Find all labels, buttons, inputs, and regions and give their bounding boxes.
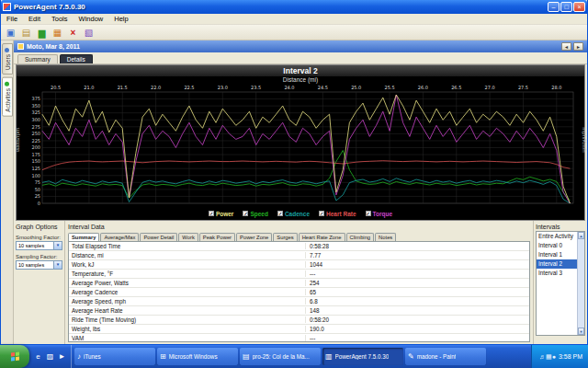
table-row[interactable]: Average Speed, mph6.8: [69, 297, 529, 306]
svg-text:22.0: 22.0: [151, 85, 161, 90]
media-player-icon[interactable]: ►: [57, 351, 67, 362]
table-row[interactable]: Ride Time (Time Moving)0:58:20: [69, 316, 529, 325]
task-button-pro-25-col-de-la-ma[interactable]: ▤pro-25: Col de la Ma...: [240, 348, 321, 365]
close-button[interactable]: ×: [573, 2, 585, 12]
task-button-poweragent-7-5-0-30[interactable]: ▥PowerAgent 7.5.0.30: [322, 348, 403, 365]
interval-tab-surges[interactable]: Surges: [273, 233, 297, 241]
tab-details[interactable]: Details: [60, 54, 93, 63]
table-row[interactable]: Weight, lbs190.0: [69, 325, 529, 334]
open-activity-icon[interactable]: ▣: [5, 27, 17, 39]
scroll-up-icon[interactable]: ▲: [578, 232, 584, 239]
interval-item-entire-activity[interactable]: Entire Activity: [537, 232, 577, 241]
row-label: Average Heart Rate: [69, 307, 306, 314]
menu-tools[interactable]: Tools: [46, 15, 74, 23]
chart-legend: ✓Power✓Speed✓Cadence✓Heart Rate✓Torque: [17, 207, 584, 220]
network-icon[interactable]: ▦: [546, 353, 552, 360]
user-list-icon[interactable]: ▤: [20, 27, 32, 39]
table-row[interactable]: Temperature, °F---: [69, 270, 529, 279]
sidebar-tab-users[interactable]: Users: [2, 43, 13, 75]
interval-item-interval-3[interactable]: Interval 3: [537, 269, 577, 278]
svg-text:24.0: 24.0: [284, 85, 294, 90]
users-icon: [5, 48, 9, 52]
svg-text:24.5: 24.5: [318, 85, 328, 90]
interval-tab-summary[interactable]: Summary: [68, 233, 99, 241]
volume-icon[interactable]: ♬: [539, 353, 546, 360]
tab-summary[interactable]: Summary: [17, 54, 58, 63]
internet-explorer-icon[interactable]: e: [33, 351, 43, 362]
activity-bar: Moto, Mar 8, 2011 ◄►: [14, 40, 587, 52]
table-row[interactable]: Work, kJ1044: [69, 260, 529, 270]
scroll-down-icon[interactable]: ▼: [578, 328, 584, 335]
svg-text:375: 375: [31, 96, 40, 101]
delete-icon[interactable]: ×: [67, 27, 79, 39]
y-axis-label-left: watts/rpm: [15, 128, 20, 152]
row-label: Weight, lbs: [69, 326, 306, 332]
graph-options-title: Graph Options: [16, 223, 62, 231]
graph-option-label: Sampling Factor:: [16, 254, 62, 259]
minimize-button[interactable]: –: [548, 2, 560, 12]
legend-checkbox[interactable]: ✓: [243, 211, 248, 216]
legend-checkbox[interactable]: ✓: [277, 211, 283, 216]
interval-item-interval-0[interactable]: Interval 0: [537, 241, 577, 250]
menu-edit[interactable]: Edit: [23, 15, 46, 23]
table-row[interactable]: Average Power, Watts254: [69, 279, 529, 288]
interval-tab-work[interactable]: Work: [178, 233, 198, 241]
intervals-title: Intervals: [536, 223, 585, 231]
table-row[interactable]: VAM---: [69, 334, 529, 342]
antivirus-icon[interactable]: ●: [552, 353, 556, 360]
sidebar-tab-activities[interactable]: Activities: [2, 77, 13, 117]
scroll-left-button[interactable]: ◄: [561, 42, 571, 51]
show-desktop-icon[interactable]: ▨: [45, 351, 55, 362]
report-icon[interactable]: ▧: [83, 27, 95, 39]
legend-checkbox[interactable]: ✓: [366, 211, 371, 216]
menu-file[interactable]: File: [1, 15, 23, 23]
itunes-icon: ♪: [77, 352, 81, 361]
legend-checkbox[interactable]: ✓: [319, 211, 324, 216]
activity-icon: [17, 43, 24, 50]
table-row[interactable]: Total Elapsed Time0:58:28: [69, 242, 529, 251]
windows-icon: ⊞: [160, 352, 166, 361]
smoothing-factor-select[interactable]: 10 samples▼: [16, 241, 62, 250]
maximize-button[interactable]: □: [560, 2, 572, 12]
interval-tab-climbing[interactable]: Climbing: [346, 233, 375, 241]
interval-tab-peak-power[interactable]: Peak Power: [199, 233, 235, 241]
menu-window[interactable]: Window: [74, 15, 109, 23]
sidebar-tab-label: Activities: [4, 88, 10, 112]
menu-help[interactable]: Help: [108, 15, 133, 23]
row-value: 1044: [306, 261, 322, 268]
legend-checkbox[interactable]: ✓: [209, 211, 214, 216]
task-label: madone - Paint: [417, 353, 457, 360]
scroll-track[interactable]: [578, 239, 584, 328]
interval-tab-notes[interactable]: Notes: [375, 233, 396, 241]
table-row[interactable]: Average Heart Rate148: [69, 306, 529, 316]
svg-text:350: 350: [31, 103, 40, 109]
interval-tab-heart-rate-zone[interactable]: Heart Rate Zone: [299, 233, 345, 241]
chevron-down-icon[interactable]: ▼: [53, 261, 62, 269]
scroll-right-button[interactable]: ►: [573, 42, 583, 51]
intervals-scrollbar[interactable]: ▲ ▼: [577, 232, 584, 335]
svg-text:275: 275: [31, 124, 40, 130]
row-label: VAM: [69, 335, 306, 341]
activity-chart[interactable]: 3753503253002752502252001751501251007550…: [17, 84, 584, 207]
graph-icon[interactable]: ▆: [36, 27, 48, 39]
activity-nav: ◄►: [561, 42, 583, 51]
interval-item-interval-1[interactable]: Interval 1: [537, 250, 577, 259]
task-button-madone-paint[interactable]: ✎madone - Paint: [405, 348, 486, 365]
task-button-microsoft-windows[interactable]: ⊞Microsoft Windows: [157, 348, 238, 365]
interval-item-interval-2[interactable]: Interval 2: [537, 259, 577, 269]
chevron-down-icon[interactable]: ▼: [53, 242, 62, 249]
calendar-icon[interactable]: ▦: [51, 27, 63, 39]
svg-text:0: 0: [38, 201, 40, 206]
table-row[interactable]: Average Cadence65: [69, 288, 529, 297]
legend-torque: ✓Torque: [366, 211, 393, 217]
interval-tab-average-max[interactable]: Average/Max: [100, 233, 139, 241]
start-button[interactable]: [0, 345, 29, 368]
row-label: Total Elapsed Time: [69, 243, 306, 249]
interval-tab-power-zone[interactable]: Power Zone: [236, 233, 272, 241]
sampling-factor-select[interactable]: 10 samples▼: [16, 260, 62, 270]
task-button-itunes[interactable]: ♪iTunes: [74, 348, 155, 365]
legend-label: Heart Rate: [326, 211, 356, 217]
title-bar[interactable]: PowerAgent 7.5.0.30 – □ ×: [1, 0, 587, 14]
table-row[interactable]: Distance, mi7.77: [69, 251, 529, 260]
interval-tab-power-detail[interactable]: Power Detail: [140, 233, 177, 241]
